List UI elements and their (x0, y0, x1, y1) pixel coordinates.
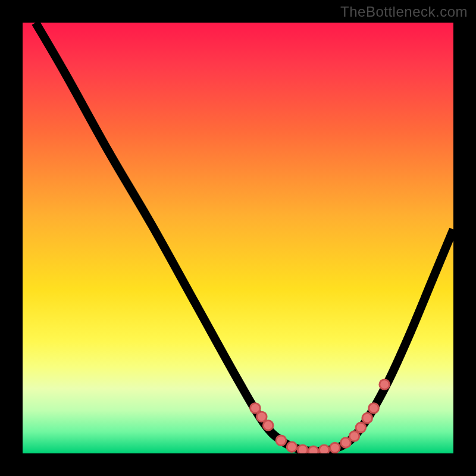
chart-svg (23, 23, 453, 453)
highlight-dot (287, 442, 297, 452)
highlight-dot (349, 431, 359, 441)
highlight-dot (369, 403, 379, 414)
highlight-dot (276, 436, 286, 446)
highlight-dot (319, 445, 329, 453)
watermark-text: TheBottleneck.com (340, 4, 468, 20)
highlight-dots-group (250, 380, 390, 453)
highlight-dot (380, 380, 390, 390)
highlight-dot (308, 446, 318, 453)
highlight-dot (356, 422, 366, 433)
bottleneck-curve (36, 23, 453, 451)
highlight-dot (263, 421, 273, 431)
chart-area (23, 23, 453, 453)
highlight-dot (298, 445, 308, 453)
highlight-dot (250, 403, 261, 414)
highlight-dot (330, 443, 340, 453)
highlight-dot (341, 438, 351, 448)
highlight-dot (256, 412, 267, 422)
highlight-dot (362, 413, 372, 423)
